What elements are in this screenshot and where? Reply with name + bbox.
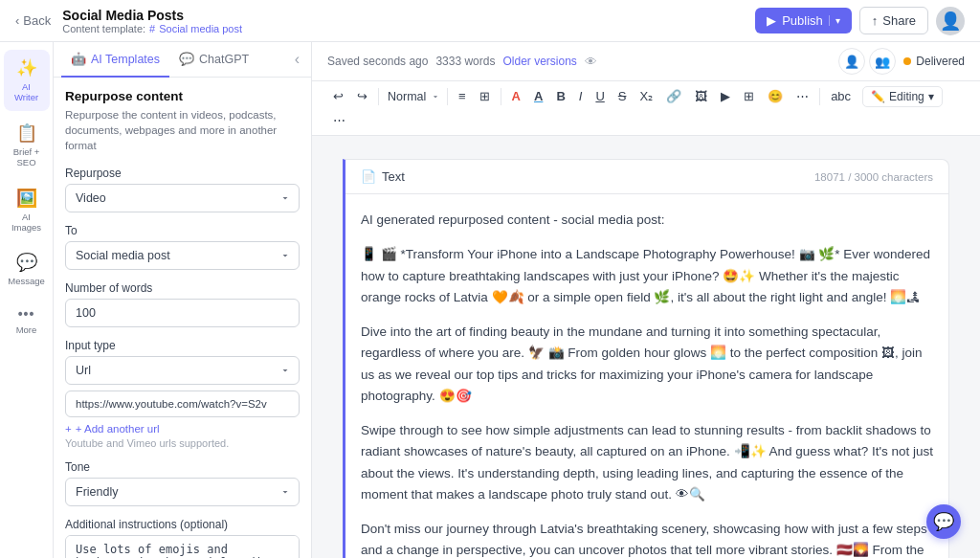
section-description: Repurpose the content in videos, podcast… (65, 107, 300, 153)
subtitle-prefix: Content template: (62, 23, 145, 34)
subscript-button[interactable]: X₂ (634, 85, 658, 107)
content-line-3: Swipe through to see how simple adjustme… (361, 420, 933, 505)
editing-label: Editing (889, 90, 924, 103)
ai-writer-label: AI Writer (10, 81, 44, 103)
page-title: Social Media Posts (62, 8, 242, 23)
to-select[interactable]: Social media postBlog postNewsletterTwee… (65, 241, 300, 270)
toolbar-separator-1 (378, 88, 379, 105)
redo-button[interactable]: ↪ (351, 85, 373, 107)
url-input-wrapper (65, 391, 300, 417)
content-line-2: Dive into the art of finding beauty in t… (361, 322, 933, 407)
additional-instructions-textarea[interactable]: Use lots of emojis and hashtags in the s… (65, 535, 300, 558)
collab-btn-1[interactable]: 👤 (838, 48, 865, 75)
chatgpt-tab-icon: 💬 (179, 52, 194, 66)
back-button[interactable]: ‹ Back (15, 13, 51, 28)
char-count-display: 18071 / 3000 characters (814, 171, 933, 183)
additional-instructions-group: Additional instructions (optional) Use l… (65, 518, 300, 558)
table-button[interactable]: ⊞ (738, 85, 760, 107)
add-url-label: + Add another url (76, 423, 160, 435)
editor-card: 📄 Text 18071 / 3000 characters AI genera… (343, 159, 949, 558)
chat-bubble-icon: 💬 (933, 511, 954, 532)
ai-images-icon: 🖼️ (16, 188, 37, 209)
left-panel: 🤖 AI Templates 💬 ChatGPT ‹ Repurpose con… (54, 42, 312, 558)
toolbar-right: 👤 👥 Delivered (838, 48, 965, 75)
panel-scroll: Repurpose content Repurpose the content … (54, 78, 311, 558)
chatgpt-tab-label: ChatGPT (199, 53, 249, 66)
avatar[interactable]: 👤 (936, 7, 965, 35)
content-line-4: Don't miss our journey through Latvia's … (361, 519, 933, 558)
undo-button[interactable]: ↩ (327, 85, 349, 107)
toolbar-more-button[interactable]: ⋯ (327, 109, 351, 131)
collab-icons: 👤 👥 (838, 48, 896, 75)
header-left: ‹ Back Social Media Posts Content templa… (15, 8, 242, 34)
toolbar-separator-4 (819, 88, 820, 105)
style-select[interactable]: Normal (384, 87, 442, 106)
sidebar-item-more[interactable]: ••• More (4, 299, 50, 343)
strikethrough-button[interactable]: S (612, 85, 633, 107)
toolbar-separator-2 (447, 88, 448, 105)
align-icon[interactable]: ⊞ (474, 85, 496, 107)
avatar-image: 👤 (940, 11, 961, 32)
page-subtitle: Content template: # Social media post (62, 23, 242, 34)
card-header: 📄 Text 18071 / 3000 characters (345, 160, 948, 194)
toolbar-left: Saved seconds ago 3333 words Older versi… (327, 55, 827, 69)
sidebar-item-ai-writer[interactable]: ✨ AI Writer (4, 50, 50, 111)
align-button[interactable]: ≡ (453, 85, 472, 107)
brief-seo-icon: 📋 (16, 123, 37, 144)
spell-button[interactable]: abc (825, 85, 857, 107)
collab-btn-2[interactable]: 👥 (869, 48, 896, 75)
eye-icon[interactable]: 👁 (585, 55, 597, 69)
tab-ai-templates[interactable]: 🤖 AI Templates (61, 42, 169, 78)
add-url-link[interactable]: + + Add another url (65, 423, 300, 435)
media-button[interactable]: ▶ (715, 85, 736, 107)
panel-close-button[interactable]: ‹ (291, 47, 303, 72)
older-versions-link[interactable]: Older versions (502, 55, 576, 68)
font-color-button[interactable]: A (506, 85, 526, 107)
url-input[interactable] (65, 391, 300, 417)
sidebar-item-brief-seo[interactable]: 📋 Brief + SEO (4, 115, 50, 176)
tab-chatgpt[interactable]: 💬 ChatGPT (169, 42, 258, 78)
editor-toolbar: ↩ ↪ Normal ≡ ⊞ A A B I U S X₂ 🔗 🖼 ▶ ⊞ 😊 … (312, 81, 980, 136)
ai-templates-tab-icon: 🤖 (71, 52, 86, 66)
num-words-input[interactable] (65, 299, 300, 327)
italic-button[interactable]: I (573, 85, 589, 107)
top-header: ‹ Back Social Media Posts Content templa… (0, 0, 980, 42)
editing-badge[interactable]: ✏️ Editing ▾ (862, 86, 943, 107)
plus-icon: + (65, 423, 72, 435)
sidebar-item-ai-images[interactable]: 🖼️ AI Images (4, 180, 50, 241)
share-button[interactable]: ↑ Share (859, 7, 928, 34)
publish-chevron-icon: ▾ (829, 15, 840, 26)
content-line-0: AI generated repurposed content - social… (361, 210, 933, 231)
more-toolbar-button[interactable]: ⋯ (791, 85, 814, 107)
bold-button[interactable]: B (550, 85, 570, 107)
sidebar-item-message[interactable]: 💬 Message (4, 244, 50, 294)
status-label: Delivered (916, 55, 965, 68)
repurpose-group: Repurpose VideoPodcastDocumentWebpage (65, 167, 300, 212)
tone-select[interactable]: FriendlyProfessionalCasualFormal (65, 478, 300, 506)
num-words-label: Number of words (65, 281, 300, 295)
content-toolbar: Saved seconds ago 3333 words Older versi… (312, 42, 980, 81)
header-right: ▶ Publish ▾ ↑ Share 👤 (755, 7, 965, 35)
link-button[interactable]: 🔗 (660, 85, 687, 107)
repurpose-select[interactable]: VideoPodcastDocumentWebpage (65, 184, 300, 212)
status-dot (903, 57, 911, 65)
publish-play-icon: ▶ (767, 13, 776, 28)
more-label: More (16, 324, 37, 335)
card-title: Text (382, 169, 405, 184)
chat-bubble[interactable]: 💬 (926, 504, 961, 539)
input-type-group: Input type UrlTextFile + + Add another u… (65, 339, 300, 449)
underline-button[interactable]: U (590, 85, 610, 107)
text-icon: 📄 (361, 169, 376, 184)
highlight-button[interactable]: A (528, 85, 548, 107)
image-button[interactable]: 🖼 (689, 85, 713, 107)
card-body[interactable]: AI generated repurposed content - social… (345, 194, 948, 558)
message-icon: 💬 (16, 252, 37, 273)
toolbar-separator-3 (501, 88, 501, 105)
content-area: Saved seconds ago 3333 words Older versi… (312, 42, 980, 558)
emoji-button[interactable]: 😊 (762, 85, 789, 107)
ai-images-label: AI Images (10, 212, 44, 234)
section-title: Repurpose content (65, 89, 300, 103)
content-template-link[interactable]: Social media post (159, 23, 242, 34)
publish-button[interactable]: ▶ Publish ▾ (755, 8, 852, 33)
input-type-select[interactable]: UrlTextFile (65, 356, 300, 385)
